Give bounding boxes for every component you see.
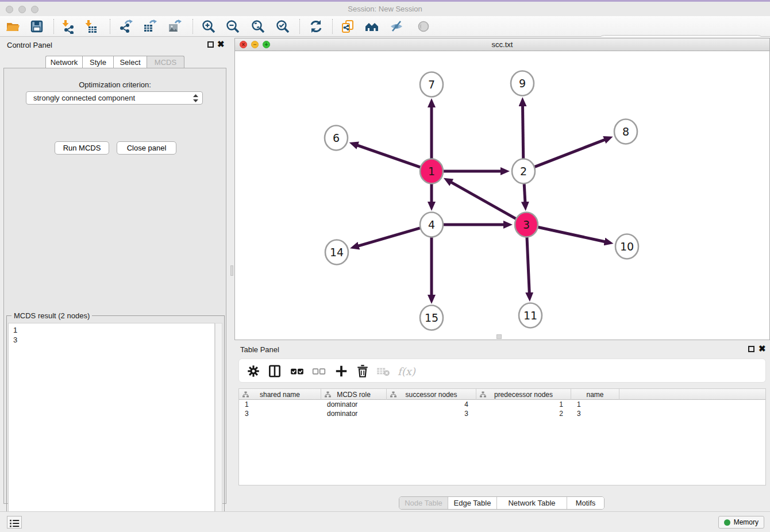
splitter-grip[interactable] (230, 265, 233, 276)
column-label: MCDS role (337, 391, 371, 399)
cell-successor-nodes[interactable]: 3 (387, 409, 476, 418)
graph-node-8[interactable]: 8 (614, 119, 637, 144)
mcds-result-list[interactable]: 1 3 (8, 323, 215, 530)
cell-mcds-role[interactable]: dominator (321, 400, 387, 409)
graph-edge-3-10[interactable] (537, 227, 605, 242)
control-panel-float-button[interactable] (207, 41, 214, 48)
node-label: 8 (622, 125, 629, 138)
tab-mcds[interactable]: MCDS (147, 56, 184, 68)
open-file-button[interactable] (5, 18, 21, 34)
optimization-criterion-label: Optimization criterion: (4, 80, 226, 89)
column-type-icon (242, 391, 249, 398)
clone-network-button[interactable] (340, 18, 356, 34)
table-panel-float-button[interactable] (748, 346, 754, 352)
table-toolbar: f(x) (238, 358, 766, 383)
graph-node-11[interactable]: 11 (519, 303, 542, 328)
network-graph: 7968124314101511 (235, 51, 769, 340)
run-mcds-button[interactable]: Run MCDS (55, 141, 109, 155)
panel-splitter[interactable] (230, 37, 234, 511)
graph-node-4[interactable]: 4 (420, 213, 443, 237)
network-canvas[interactable]: 7968124314101511 (235, 51, 769, 340)
graph-node-15[interactable]: 15 (420, 306, 443, 330)
zoom-selected-button[interactable] (275, 18, 291, 34)
control-panel-close-button[interactable]: ✖ (217, 39, 225, 49)
cell-shared-name[interactable]: 3 (239, 409, 321, 418)
delete-columns-button[interactable] (355, 364, 370, 379)
mcds-result-values: 1 3 (9, 323, 214, 346)
tab-edge-table[interactable]: Edge Table (448, 497, 497, 509)
table-row[interactable]: 3dominator323 (239, 409, 765, 418)
cell-shared-name[interactable]: 1 (239, 400, 321, 409)
window-title: Session: New Session (0, 5, 770, 13)
tab-motifs[interactable]: Motifs (567, 497, 604, 509)
graph-node-1[interactable]: 1 (420, 159, 443, 184)
graph-edge-2-9[interactable] (523, 106, 523, 160)
graph-edge-4-14[interactable] (358, 228, 421, 246)
neighbors-button[interactable] (364, 18, 380, 34)
delete-table-button-disabled[interactable] (376, 364, 391, 379)
import-table-button[interactable] (83, 18, 99, 34)
graph-node-7[interactable]: 7 (420, 72, 443, 97)
export-table-button[interactable] (142, 18, 158, 34)
table-settings-button[interactable] (246, 364, 261, 379)
export-image-button[interactable] (167, 18, 183, 34)
cell-name[interactable]: 3 (571, 409, 619, 418)
optimization-criterion-select[interactable]: strongly connected component (26, 91, 203, 105)
graph-node-14[interactable]: 14 (325, 240, 348, 265)
export-network-button[interactable] (118, 18, 134, 34)
tab-node-table[interactable]: Node Table (399, 497, 448, 509)
create-column-button[interactable] (334, 364, 349, 379)
tab-style[interactable]: Style (82, 56, 113, 68)
memory-button[interactable]: Memory (718, 516, 764, 529)
show-columns-button[interactable] (267, 364, 282, 379)
tab-network-table[interactable]: Network Table (497, 497, 567, 509)
cell-name[interactable]: 1 (571, 400, 619, 409)
graph-node-6[interactable]: 6 (325, 126, 348, 151)
cell-mcds-role[interactable]: dominator (321, 409, 387, 418)
hide-elements-button[interactable] (388, 18, 405, 34)
graph-edge-2-8[interactable] (534, 140, 605, 167)
toolbar-separator (110, 19, 110, 34)
node-table: shared nameMCDS rolesuccessor nodesprede… (238, 388, 766, 485)
graph-edge-2-3[interactable] (524, 182, 525, 202)
show-elements-button[interactable] (415, 18, 432, 34)
column-header-name[interactable]: name (571, 389, 619, 400)
tab-network[interactable]: Network (45, 56, 82, 68)
canvas-scrollbar-thumb[interactable] (496, 334, 502, 339)
column-header-predecessor-nodes[interactable]: predecessor nodes (476, 389, 571, 400)
graph-edge-1-6[interactable] (357, 145, 421, 168)
memory-label: Memory (734, 518, 759, 526)
table-body: 1dominator4113dominator323 (239, 400, 765, 418)
column-header-mcds-role[interactable]: MCDS role (321, 389, 387, 400)
cell-predecessor-nodes[interactable]: 1 (476, 400, 571, 409)
table-panel-close-button[interactable]: ✖ (759, 344, 766, 354)
save-session-button[interactable] (29, 18, 45, 34)
zoom-fit-button[interactable] (250, 18, 266, 34)
graph-node-9[interactable]: 9 (511, 71, 534, 96)
deselect-all-rows-button[interactable] (311, 364, 326, 379)
graph-node-3[interactable]: 3 (515, 213, 538, 237)
graph-edge-3-1[interactable] (451, 182, 517, 219)
graph-node-10[interactable]: 10 (615, 234, 638, 259)
zoom-out-button[interactable] (225, 18, 241, 34)
table-row[interactable]: 1dominator411 (239, 400, 765, 409)
column-header-shared-name[interactable]: shared name (239, 389, 321, 400)
function-builder-button-disabled[interactable]: f(x) (398, 364, 421, 379)
cell-predecessor-nodes[interactable]: 2 (476, 409, 571, 418)
import-network-button[interactable] (60, 18, 76, 34)
cell-successor-nodes[interactable]: 4 (387, 400, 476, 409)
zoom-in-button[interactable] (201, 18, 217, 34)
toolbar-separator (192, 19, 193, 34)
column-header-successor-nodes[interactable]: successor nodes (387, 389, 476, 400)
control-panel-title: Control Panel (7, 41, 52, 49)
node-label: 14 (330, 246, 344, 259)
close-panel-button[interactable]: Close panel (117, 141, 176, 155)
graph-edge-3-11[interactable] (527, 236, 529, 293)
node-label: 6 (333, 132, 340, 144)
select-all-rows-button[interactable] (290, 364, 305, 379)
mcds-result-scrollbar[interactable] (215, 323, 222, 530)
apply-layout-button[interactable] (308, 18, 324, 34)
graph-node-2[interactable]: 2 (512, 159, 535, 184)
task-history-button[interactable] (7, 516, 22, 529)
tab-select[interactable]: Select (113, 56, 147, 68)
